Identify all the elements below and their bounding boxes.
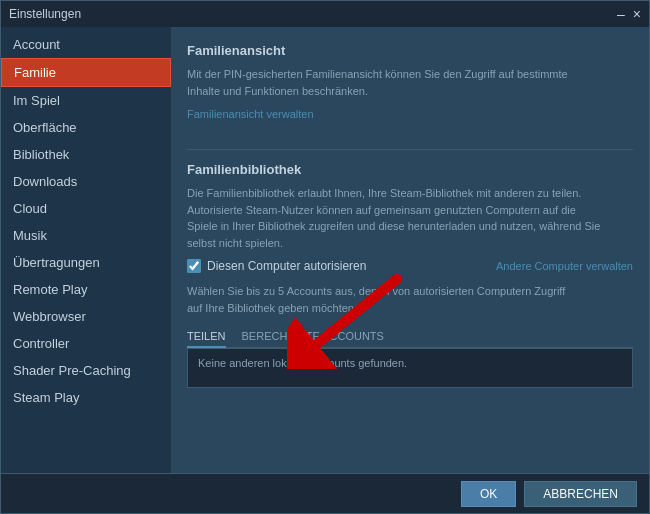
familienansicht-link[interactable]: Familienansicht verwalten [187,108,314,120]
sidebar-item-webbrowser[interactable]: Webbrowser [1,303,171,330]
titlebar: Einstellungen – × [1,1,649,27]
ok-button[interactable]: OK [461,481,516,507]
window-title: Einstellungen [9,7,81,21]
familienansicht-desc: Mit der PIN-gesicherten Familienansicht … [187,66,633,99]
sidebar-item-uebertragungen[interactable]: Übertragungen [1,249,171,276]
settings-window: Einstellungen – × AccountFamilieIm Spiel… [0,0,650,514]
sidebar-item-steam-play[interactable]: Steam Play [1,384,171,411]
accounts-tabs: TEILENBERECHTIGTE ACCOUNTS [187,326,633,348]
authorize-checkbox-row: Diesen Computer autorisieren Andere Comp… [187,259,633,273]
sidebar-item-downloads[interactable]: Downloads [1,168,171,195]
minimize-button[interactable]: – [617,7,625,21]
accounts-section: Wählen Sie bis zu 5 Accounts aus, denen … [187,283,633,388]
sidebar-item-oberflaeche[interactable]: Oberfläche [1,114,171,141]
authorize-label[interactable]: Diesen Computer autorisieren [207,259,366,273]
close-button[interactable]: × [633,7,641,21]
cancel-button[interactable]: ABBRECHEN [524,481,637,507]
andere-computer-link[interactable]: Andere Computer verwalten [496,260,633,272]
familienansicht-section: Familienansicht Mit der PIN-gesicherten … [187,43,633,121]
footer: OK ABBRECHEN [1,473,649,513]
content-area: AccountFamilieIm SpielOberflächeBiblioth… [1,27,649,473]
sidebar-item-remote-play[interactable]: Remote Play [1,276,171,303]
sidebar-item-musik[interactable]: Musik [1,222,171,249]
sidebar: AccountFamilieIm SpielOberflächeBiblioth… [1,27,171,473]
accounts-empty-msg: Keine anderen lokalen Accounts gefunden. [198,357,407,369]
sidebar-item-bibliothek[interactable]: Bibliothek [1,141,171,168]
sidebar-item-shader-pre-caching[interactable]: Shader Pre-Caching [1,357,171,384]
tab-teilen[interactable]: TEILEN [187,326,226,348]
familienbibliothek-desc: Die Familienbibliothek erlaubt Ihnen, Ih… [187,185,633,251]
main-panel: Familienansicht Mit der PIN-gesicherten … [171,27,649,473]
sidebar-item-account[interactable]: Account [1,31,171,58]
sidebar-item-controller[interactable]: Controller [1,330,171,357]
sidebar-item-im-spiel[interactable]: Im Spiel [1,87,171,114]
section-divider [187,149,633,150]
familienansicht-title: Familienansicht [187,43,633,58]
sidebar-item-cloud[interactable]: Cloud [1,195,171,222]
accounts-list: Keine anderen lokalen Accounts gefunden. [187,348,633,388]
sidebar-item-familie[interactable]: Familie [1,58,171,87]
titlebar-controls: – × [617,7,641,21]
accounts-desc: Wählen Sie bis zu 5 Accounts aus, denen … [187,283,633,316]
authorize-checkbox[interactable] [187,259,201,273]
tab-berechtigte-accounts[interactable]: BERECHTIGTE ACCOUNTS [242,326,384,348]
familienbibliothek-title: Familienbibliothek [187,162,633,177]
familienbibliothek-section: Familienbibliothek Die Familienbibliothe… [187,162,633,388]
